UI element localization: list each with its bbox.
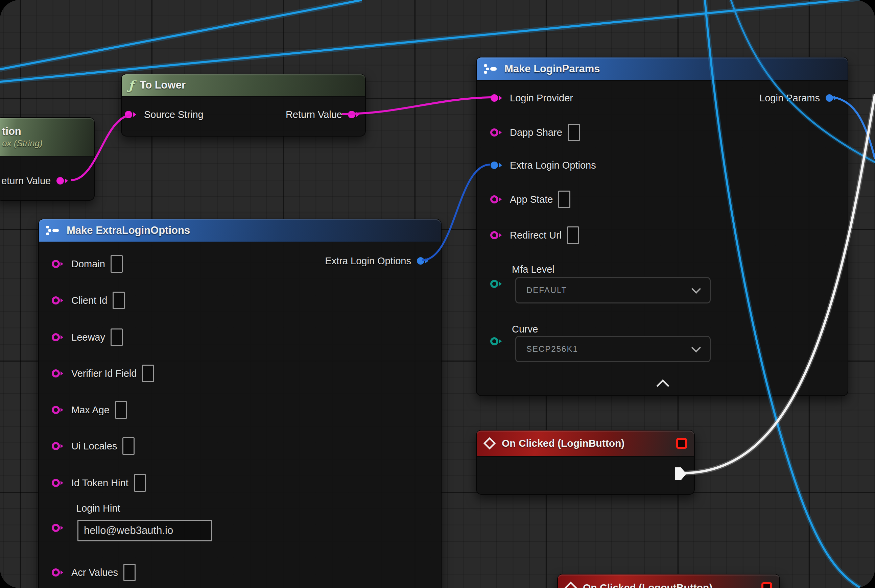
node-title: Make ExtraLoginOptions <box>67 224 190 237</box>
pin-label: Return Value <box>286 109 342 120</box>
curve-label: Curve <box>512 324 538 335</box>
node-title: On Clicked (LogoutButton) <box>583 582 713 588</box>
node-to-lower[interactable]: ƒ To Lower Source String Return Value <box>121 74 366 136</box>
chevron-down-icon <box>692 284 701 294</box>
pin-label: Extra Login Options <box>325 255 411 267</box>
make-struct-icon <box>46 225 60 236</box>
wire-blue-diagonal-1[interactable] <box>0 0 362 69</box>
pin-label: Max Age <box>71 405 110 416</box>
string-pin-in[interactable] <box>490 92 504 104</box>
node-make-login-params[interactable]: Make LoginParams Login Provider Login Pa… <box>476 57 848 396</box>
string-pin-in[interactable] <box>51 295 66 306</box>
mfa-level-dropdown[interactable]: DEFAULT <box>515 277 711 303</box>
enum-pin-in[interactable] <box>490 336 504 347</box>
string-pin-in[interactable] <box>51 522 66 534</box>
mfa-level-label: Mfa Level <box>512 264 555 275</box>
pin-label: Login Provider <box>510 93 573 104</box>
curve-value: SECP256K1 <box>526 344 578 354</box>
wire-blue-glow <box>0 0 362 69</box>
string-pin-in[interactable] <box>51 567 66 578</box>
string-pin-in[interactable] <box>51 258 66 270</box>
string-pin-in[interactable] <box>51 332 66 343</box>
string-pin-in[interactable] <box>124 109 138 120</box>
acr-values-field[interactable] <box>123 564 135 581</box>
node-title: On Clicked (LoginButton) <box>502 438 624 449</box>
collapse-chevron-icon[interactable] <box>656 379 669 392</box>
node-on-clicked-login-button[interactable]: On Clicked (LoginButton) <box>476 430 695 495</box>
verifier-id-field[interactable] <box>142 364 154 382</box>
node-subtitle: ox (String) <box>2 138 43 149</box>
string-pin-in[interactable] <box>490 127 504 138</box>
curve-dropdown[interactable]: SECP256K1 <box>515 336 711 362</box>
string-pin-out[interactable] <box>56 175 70 186</box>
pin-label: Domain <box>71 258 105 270</box>
leeway-field[interactable] <box>111 328 123 346</box>
event-diamond-icon <box>565 582 577 588</box>
pin-label: Dapp Share <box>510 127 562 138</box>
blueprint-canvas[interactable]: tion ox (String) eturn Value ƒ To Lower … <box>0 0 875 588</box>
login-hint-value: hello@web3auth.io <box>84 525 173 537</box>
delegate-pin[interactable] <box>676 438 687 449</box>
string-pin-out[interactable] <box>347 109 362 120</box>
enum-pin-in[interactable] <box>490 278 504 290</box>
string-pin-in[interactable] <box>51 368 66 379</box>
login-hint-input[interactable]: hello@web3auth.io <box>77 520 212 542</box>
ui-locales-field[interactable] <box>122 437 135 455</box>
pin-label: Verifier Id Field <box>71 368 137 379</box>
redirect-url-field[interactable] <box>567 226 579 244</box>
node-title: To Lower <box>140 79 186 91</box>
dapp-share-field[interactable] <box>568 124 580 141</box>
pin-label: Leeway <box>71 332 105 343</box>
event-diamond-icon <box>484 437 496 450</box>
pin-label: Id Token Hint <box>71 477 128 489</box>
string-pin-in[interactable] <box>51 440 66 452</box>
pin-label: Acr Values <box>71 567 118 578</box>
domain-field[interactable] <box>111 255 123 273</box>
max-age-field[interactable] <box>115 401 127 419</box>
id-token-hint-field[interactable] <box>134 474 146 492</box>
pin-label: Ui Locales <box>71 441 117 452</box>
login-hint-label: Login Hint <box>76 503 120 514</box>
struct-pin-out[interactable] <box>416 255 431 267</box>
function-f-icon: ƒ <box>128 78 134 92</box>
delegate-pin[interactable] <box>761 582 773 588</box>
chevron-down-icon <box>692 343 701 352</box>
string-pin-in[interactable] <box>490 230 504 241</box>
pin-label: eturn Value <box>2 176 51 186</box>
struct-pin-in[interactable] <box>490 159 504 171</box>
node-on-clicked-logout-button[interactable]: On Clicked (LogoutButton) <box>557 574 780 588</box>
node-make-extra-login-options[interactable]: Make ExtraLoginOptions Domain Client Id … <box>38 219 442 588</box>
exec-pin-out[interactable] <box>673 466 688 482</box>
make-struct-icon <box>484 64 498 74</box>
mfa-level-value: DEFAULT <box>526 285 567 295</box>
client-id-field[interactable] <box>113 292 125 309</box>
node-partial-green[interactable]: tion ox (String) eturn Value <box>0 117 95 201</box>
pin-label: Extra Login Options <box>510 160 596 171</box>
app-state-field[interactable] <box>558 190 570 208</box>
string-pin-in[interactable] <box>490 194 504 205</box>
pin-label: Source String <box>144 109 203 120</box>
struct-pin-out[interactable] <box>825 92 839 104</box>
pin-label: Redirect Url <box>510 230 562 241</box>
string-pin-in[interactable] <box>51 404 66 416</box>
pin-label: Login Params <box>759 93 820 104</box>
node-title: tion <box>2 125 21 138</box>
pin-label: Client Id <box>71 295 107 306</box>
string-pin-in[interactable] <box>51 477 66 489</box>
node-title: Make LoginParams <box>504 63 600 75</box>
pin-label: App State <box>510 194 553 205</box>
